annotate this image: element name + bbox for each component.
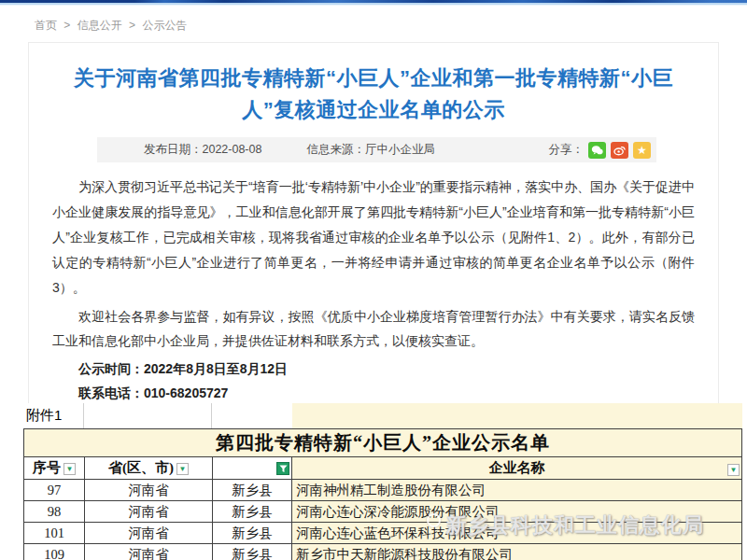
header-county bbox=[213, 457, 292, 480]
cell-company: 河南心连心深冷能源股份有限公司 bbox=[292, 501, 742, 523]
wechat-share-icon[interactable] bbox=[588, 142, 606, 159]
info-source: 信息来源：厅中小企业局 bbox=[306, 142, 435, 158]
table-row: 109 河南省 新乡县 新乡市中天新能源科技股份有限公司 bbox=[24, 544, 742, 560]
weibo-share-icon[interactable] bbox=[611, 142, 628, 159]
header-company: 企业名称▼ bbox=[292, 457, 742, 480]
header-province-label: 省(区、市) bbox=[108, 460, 174, 475]
breadcrumb-announcements[interactable]: 公示公告 bbox=[142, 19, 187, 32]
table-title-row: 第四批专精特新“小巨人”企业公示名单 bbox=[24, 429, 742, 457]
cell-province: 河南省 bbox=[85, 480, 213, 501]
qzone-share-icon[interactable]: ★ bbox=[633, 142, 651, 159]
annex1-spreadsheet-image: 附件1 第四批专精特新“小巨人”企业公示名单 序号▼ 省(区、市)▼ 企业名称▼… bbox=[23, 403, 742, 560]
breadcrumb-info-disclosure[interactable]: 信息公开 bbox=[78, 19, 122, 32]
cell-serial: 97 bbox=[24, 480, 85, 501]
breadcrumb-home[interactable]: 首页 bbox=[35, 19, 57, 32]
cell-county: 新乡县 bbox=[213, 480, 292, 501]
breadcrumb-separator: > bbox=[129, 19, 135, 32]
table-title: 第四批专精特新“小巨人”企业公示名单 bbox=[24, 429, 742, 457]
annex-empty-cell bbox=[84, 403, 212, 428]
annex-empty-cell bbox=[212, 403, 292, 428]
page-title: 关于河南省第四批专精特新“小巨人”企业和第一批专精特新“小巨人”复核通过企业名单… bbox=[64, 63, 683, 126]
annex-yellow-fill bbox=[292, 403, 742, 428]
publicity-period: 公示时间：2022年8月8日至8月12日 bbox=[52, 357, 695, 382]
table-row: 101 河南省 新乡县 河南心连心蓝色环保科技有限公司 bbox=[24, 523, 742, 544]
paragraph-2: 欢迎社会各界参与监督，如有异议，按照《优质中小企业梯度培育管理暂行办法》中有关要… bbox=[52, 304, 695, 355]
cell-county: 新乡县 bbox=[213, 501, 292, 523]
cell-company: 新乡市中天新能源科技股份有限公司 bbox=[292, 544, 742, 560]
company-table: 第四批专精特新“小巨人”企业公示名单 序号▼ 省(区、市)▼ 企业名称▼ 97 … bbox=[23, 428, 742, 560]
cell-county: 新乡县 bbox=[213, 544, 292, 560]
table-header-row: 序号▼ 省(区、市)▼ 企业名称▼ bbox=[24, 457, 742, 480]
share-label: 分享： bbox=[549, 142, 585, 158]
filter-dropdown-icon[interactable]: ▼ bbox=[727, 464, 740, 476]
cell-serial: 109 bbox=[24, 544, 85, 560]
header-serial: 序号▼ bbox=[24, 457, 85, 480]
cell-province: 河南省 bbox=[85, 501, 213, 523]
cell-county: 新乡县 bbox=[213, 523, 292, 544]
table-row: 98 河南省 新乡县 河南心连心深冷能源股份有限公司 bbox=[24, 501, 742, 523]
share-group: 分享： ★ bbox=[549, 142, 652, 159]
header-province: 省(区、市)▼ bbox=[85, 457, 213, 480]
top-nav-bar-highlight bbox=[0, 0, 747, 3]
cell-company: 河南神州精工制造股份有限公司 bbox=[292, 480, 742, 501]
header-serial-label: 序号 bbox=[33, 460, 61, 475]
breadcrumb-separator: > bbox=[63, 19, 70, 32]
annex-label-row: 附件1 bbox=[23, 403, 742, 428]
cell-province: 河南省 bbox=[85, 523, 213, 544]
active-filter-funnel-icon[interactable] bbox=[276, 462, 289, 475]
cell-serial: 98 bbox=[24, 501, 85, 523]
cell-province: 河南省 bbox=[85, 544, 213, 560]
cell-company: 河南心连心蓝色环保科技有限公司 bbox=[292, 523, 742, 544]
annex-label-cell: 附件1 bbox=[23, 403, 84, 428]
filter-dropdown-icon[interactable]: ▼ bbox=[63, 463, 76, 475]
paragraph-1: 为深入贯彻习近平总书记关于“培育一批‘专精特新’中小企业”的重要指示精神，落实中… bbox=[52, 175, 695, 300]
breadcrumb: 首页 > 信息公开 > 公示公告 bbox=[0, 6, 747, 34]
article-meta-bar: 发布日期：2022-08-08 信息来源：厅中小企业局 分享： ★ bbox=[97, 137, 656, 162]
table-row: 97 河南省 新乡县 河南神州精工制造股份有限公司 bbox=[24, 480, 742, 501]
header-company-label: 企业名称 bbox=[489, 460, 545, 475]
filter-dropdown-icon[interactable]: ▼ bbox=[176, 463, 189, 475]
publish-date: 发布日期：2022-08-08 bbox=[144, 142, 261, 158]
cell-serial: 101 bbox=[24, 523, 85, 544]
